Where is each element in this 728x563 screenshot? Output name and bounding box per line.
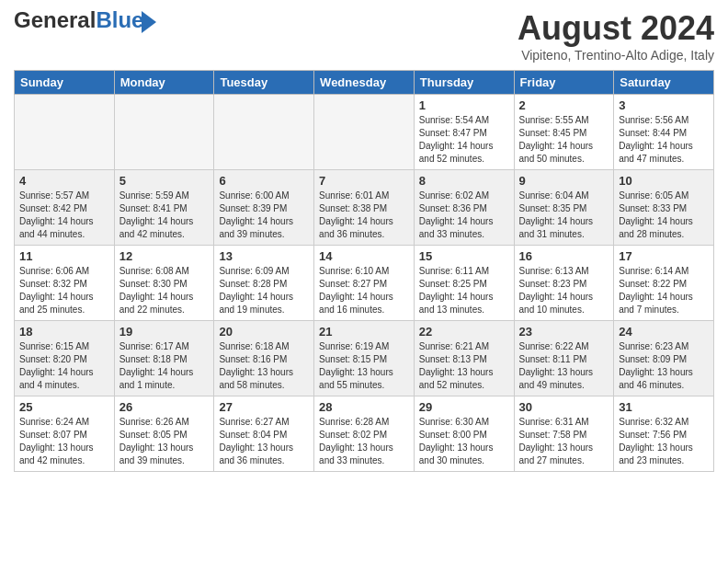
- day-number: 6: [219, 174, 309, 188]
- table-row: [314, 95, 415, 170]
- day-number: 15: [419, 249, 509, 263]
- day-info: Sunrise: 6:10 AM Sunset: 8:27 PM Dayligh…: [319, 265, 409, 316]
- day-info: Sunrise: 6:24 AM Sunset: 8:07 PM Dayligh…: [19, 416, 109, 467]
- table-row: 12Sunrise: 6:08 AM Sunset: 8:30 PM Dayli…: [114, 246, 214, 321]
- day-number: 23: [519, 325, 609, 339]
- table-row: 30Sunrise: 6:31 AM Sunset: 7:58 PM Dayli…: [514, 396, 614, 472]
- day-info: Sunrise: 6:13 AM Sunset: 8:23 PM Dayligh…: [519, 265, 609, 316]
- table-row: 11Sunrise: 6:06 AM Sunset: 8:32 PM Dayli…: [15, 246, 115, 321]
- table-row: 3Sunrise: 5:56 AM Sunset: 8:44 PM Daylig…: [614, 95, 714, 170]
- day-info: Sunrise: 6:09 AM Sunset: 8:28 PM Dayligh…: [219, 265, 309, 316]
- calendar-week-row: 18Sunrise: 6:15 AM Sunset: 8:20 PM Dayli…: [15, 321, 714, 396]
- table-row: 6Sunrise: 6:00 AM Sunset: 8:39 PM Daylig…: [214, 170, 314, 246]
- table-row: 31Sunrise: 6:32 AM Sunset: 7:56 PM Dayli…: [614, 396, 714, 472]
- day-info: Sunrise: 6:17 AM Sunset: 8:18 PM Dayligh…: [119, 340, 210, 392]
- day-info: Sunrise: 6:15 AM Sunset: 8:20 PM Dayligh…: [19, 340, 109, 392]
- day-number: 4: [19, 174, 109, 188]
- table-row: 23Sunrise: 6:22 AM Sunset: 8:11 PM Dayli…: [514, 321, 614, 396]
- month-year-title: August 2024: [518, 9, 714, 48]
- table-row: 25Sunrise: 6:24 AM Sunset: 8:07 PM Dayli…: [15, 396, 115, 472]
- page-container: GeneralBlue August 2024 Vipiteno, Trenti…: [0, 0, 728, 481]
- day-number: 26: [119, 400, 210, 414]
- header-tuesday: Tuesday: [214, 71, 314, 95]
- day-info: Sunrise: 6:27 AM Sunset: 8:04 PM Dayligh…: [219, 416, 309, 467]
- header-friday: Friday: [514, 71, 614, 95]
- day-number: 18: [19, 325, 109, 339]
- day-number: 5: [119, 174, 210, 188]
- day-info: Sunrise: 6:06 AM Sunset: 8:32 PM Dayligh…: [19, 265, 109, 316]
- calendar-week-row: 1Sunrise: 5:54 AM Sunset: 8:47 PM Daylig…: [15, 95, 714, 170]
- day-number: 22: [419, 325, 509, 339]
- day-number: 10: [619, 174, 709, 188]
- day-number: 1: [419, 98, 509, 112]
- day-number: 13: [219, 249, 309, 263]
- table-row: [114, 95, 214, 170]
- day-number: 28: [319, 400, 409, 414]
- day-info: Sunrise: 6:31 AM Sunset: 7:58 PM Dayligh…: [519, 416, 609, 467]
- calendar-week-row: 11Sunrise: 6:06 AM Sunset: 8:32 PM Dayli…: [15, 246, 714, 321]
- table-row: 20Sunrise: 6:18 AM Sunset: 8:16 PM Dayli…: [214, 321, 314, 396]
- day-number: 3: [619, 98, 709, 112]
- day-info: Sunrise: 6:32 AM Sunset: 7:56 PM Dayligh…: [619, 416, 709, 467]
- day-number: 14: [319, 249, 409, 263]
- day-number: 8: [419, 174, 509, 188]
- day-number: 19: [119, 325, 210, 339]
- table-row: [15, 95, 115, 170]
- location-subtitle: Vipiteno, Trentino-Alto Adige, Italy: [518, 48, 714, 63]
- header-saturday: Saturday: [614, 71, 714, 95]
- table-row: 7Sunrise: 6:01 AM Sunset: 8:38 PM Daylig…: [314, 170, 415, 246]
- day-info: Sunrise: 5:55 AM Sunset: 8:45 PM Dayligh…: [519, 114, 609, 166]
- header-thursday: Thursday: [414, 71, 514, 95]
- table-row: 2Sunrise: 5:55 AM Sunset: 8:45 PM Daylig…: [514, 95, 614, 170]
- table-row: 5Sunrise: 5:59 AM Sunset: 8:41 PM Daylig…: [114, 170, 214, 246]
- table-row: 4Sunrise: 5:57 AM Sunset: 8:42 PM Daylig…: [15, 170, 115, 246]
- day-info: Sunrise: 5:56 AM Sunset: 8:44 PM Dayligh…: [619, 114, 709, 166]
- day-info: Sunrise: 6:30 AM Sunset: 8:00 PM Dayligh…: [419, 416, 509, 467]
- table-row: [214, 95, 314, 170]
- table-row: 8Sunrise: 6:02 AM Sunset: 8:36 PM Daylig…: [414, 170, 514, 246]
- day-info: Sunrise: 6:11 AM Sunset: 8:25 PM Dayligh…: [419, 265, 509, 316]
- table-row: 29Sunrise: 6:30 AM Sunset: 8:00 PM Dayli…: [414, 396, 514, 472]
- table-row: 24Sunrise: 6:23 AM Sunset: 8:09 PM Dayli…: [614, 321, 714, 396]
- day-info: Sunrise: 6:01 AM Sunset: 8:38 PM Dayligh…: [319, 190, 409, 241]
- day-info: Sunrise: 6:28 AM Sunset: 8:02 PM Dayligh…: [319, 416, 409, 467]
- day-info: Sunrise: 5:59 AM Sunset: 8:41 PM Dayligh…: [119, 190, 210, 241]
- day-number: 11: [19, 249, 109, 263]
- day-info: Sunrise: 5:54 AM Sunset: 8:47 PM Dayligh…: [419, 114, 509, 166]
- day-info: Sunrise: 6:05 AM Sunset: 8:33 PM Dayligh…: [619, 190, 709, 241]
- day-info: Sunrise: 6:23 AM Sunset: 8:09 PM Dayligh…: [619, 340, 709, 392]
- page-header: GeneralBlue August 2024 Vipiteno, Trenti…: [14, 9, 714, 63]
- day-number: 31: [619, 400, 709, 414]
- svg-marker-0: [142, 11, 156, 33]
- day-info: Sunrise: 5:57 AM Sunset: 8:42 PM Dayligh…: [19, 190, 109, 241]
- calendar-week-row: 4Sunrise: 5:57 AM Sunset: 8:42 PM Daylig…: [15, 170, 714, 246]
- header-sunday: Sunday: [15, 71, 115, 95]
- day-info: Sunrise: 6:26 AM Sunset: 8:05 PM Dayligh…: [119, 416, 210, 467]
- day-info: Sunrise: 6:21 AM Sunset: 8:13 PM Dayligh…: [419, 340, 509, 392]
- day-info: Sunrise: 6:04 AM Sunset: 8:35 PM Dayligh…: [519, 190, 609, 241]
- table-row: 22Sunrise: 6:21 AM Sunset: 8:13 PM Dayli…: [414, 321, 514, 396]
- day-number: 27: [219, 400, 309, 414]
- table-row: 19Sunrise: 6:17 AM Sunset: 8:18 PM Dayli…: [114, 321, 214, 396]
- day-number: 7: [319, 174, 409, 188]
- day-info: Sunrise: 6:14 AM Sunset: 8:22 PM Dayligh…: [619, 265, 709, 316]
- day-number: 21: [319, 325, 409, 339]
- day-number: 29: [419, 400, 509, 414]
- day-info: Sunrise: 6:19 AM Sunset: 8:15 PM Dayligh…: [319, 340, 409, 392]
- day-number: 9: [519, 174, 609, 188]
- table-row: 17Sunrise: 6:14 AM Sunset: 8:22 PM Dayli…: [614, 246, 714, 321]
- day-number: 20: [219, 325, 309, 339]
- day-info: Sunrise: 6:22 AM Sunset: 8:11 PM Dayligh…: [519, 340, 609, 392]
- day-number: 2: [519, 98, 609, 112]
- table-row: 27Sunrise: 6:27 AM Sunset: 8:04 PM Dayli…: [214, 396, 314, 472]
- header-monday: Monday: [114, 71, 214, 95]
- day-info: Sunrise: 6:02 AM Sunset: 8:36 PM Dayligh…: [419, 190, 509, 241]
- calendar-week-row: 25Sunrise: 6:24 AM Sunset: 8:07 PM Dayli…: [15, 396, 714, 472]
- day-info: Sunrise: 6:18 AM Sunset: 8:16 PM Dayligh…: [219, 340, 309, 392]
- table-row: 10Sunrise: 6:05 AM Sunset: 8:33 PM Dayli…: [614, 170, 714, 246]
- day-number: 16: [519, 249, 609, 263]
- day-number: 24: [619, 325, 709, 339]
- day-info: Sunrise: 6:08 AM Sunset: 8:30 PM Dayligh…: [119, 265, 210, 316]
- table-row: 9Sunrise: 6:04 AM Sunset: 8:35 PM Daylig…: [514, 170, 614, 246]
- table-row: 14Sunrise: 6:10 AM Sunset: 8:27 PM Dayli…: [314, 246, 415, 321]
